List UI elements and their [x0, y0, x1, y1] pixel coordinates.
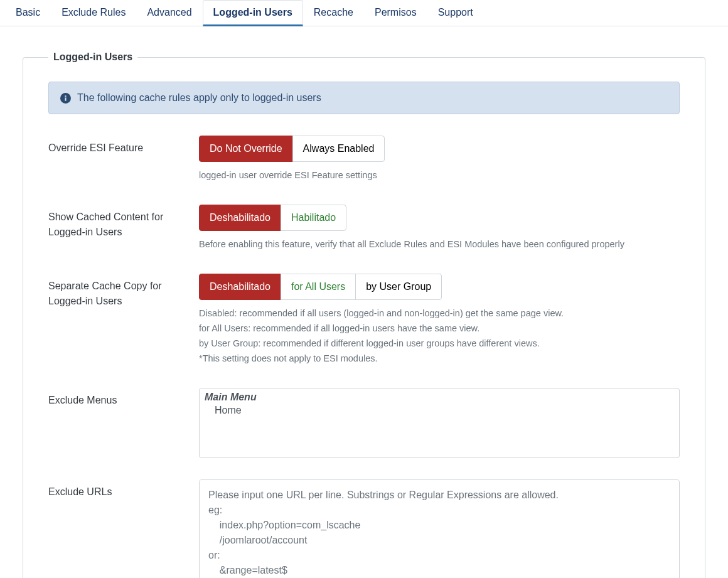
override-esi-group: Do Not Override Always Enabled	[199, 136, 385, 162]
svg-rect-2	[65, 95, 66, 97]
separate-copy-group: Deshabilitado for All Users by User Grou…	[199, 274, 442, 300]
info-alert: The following cache rules apply only to …	[48, 82, 680, 114]
menu-item-home[interactable]: Home	[203, 404, 675, 417]
tab-permisos[interactable]: Permisos	[364, 0, 427, 26]
separate-copy-disabled-button[interactable]: Deshabilitado	[199, 274, 281, 300]
override-esi-always-enabled-button[interactable]: Always Enabled	[292, 136, 385, 162]
separate-copy-label: Separate Cache Copy for Logged-in Users	[48, 274, 199, 309]
tab-bar: Basic Exclude Rules Advanced Logged-in U…	[0, 0, 728, 26]
svg-rect-1	[65, 97, 66, 100]
show-cached-label: Show Cached Content for Logged-in Users	[48, 205, 199, 240]
menu-group-header: Main Menu	[203, 391, 675, 404]
exclude-menus-listbox[interactable]: Main Menu Home	[199, 388, 680, 458]
exclude-menus-label: Exclude Menus	[48, 388, 199, 408]
show-cached-disabled-button[interactable]: Deshabilitado	[199, 205, 281, 231]
tab-support[interactable]: Support	[427, 0, 484, 26]
show-cached-enabled-button[interactable]: Habilitado	[281, 205, 346, 231]
alert-text: The following cache rules apply only to …	[77, 92, 321, 104]
show-cached-help: Before enabling this feature, verify tha…	[199, 237, 680, 252]
separate-copy-all-users-button[interactable]: for All Users	[281, 274, 356, 300]
tab-logged-in-users[interactable]: Logged-in Users	[203, 0, 303, 26]
override-esi-help: logged-in user override ESI Feature sett…	[199, 168, 680, 183]
tab-recache[interactable]: Recache	[303, 0, 364, 26]
tab-advanced[interactable]: Advanced	[136, 0, 202, 26]
exclude-urls-textarea[interactable]	[199, 479, 680, 578]
separate-copy-help-line: *This setting does not apply to ESI modu…	[199, 351, 680, 367]
tab-basic[interactable]: Basic	[5, 0, 51, 26]
override-esi-label: Override ESI Feature	[48, 136, 199, 156]
info-icon	[60, 93, 71, 104]
show-cached-group: Deshabilitado Habilitado	[199, 205, 346, 231]
separate-copy-help: Disabled: recommended if all users (logg…	[199, 306, 680, 367]
fieldset-legend: Logged-in Users	[48, 51, 137, 63]
separate-copy-help-line: Disabled: recommended if all users (logg…	[199, 306, 680, 321]
separate-copy-help-line: for All Users: recommended if all logged…	[199, 321, 680, 336]
exclude-urls-label: Exclude URLs	[48, 479, 199, 500]
override-esi-do-not-override-button[interactable]: Do Not Override	[199, 136, 293, 162]
separate-copy-by-group-button[interactable]: by User Group	[355, 274, 442, 300]
logged-in-users-fieldset: Logged-in Users The following cache rule…	[23, 51, 705, 578]
separate-copy-help-line: by User Group: recommended if different …	[199, 336, 680, 351]
tab-exclude-rules[interactable]: Exclude Rules	[51, 0, 136, 26]
